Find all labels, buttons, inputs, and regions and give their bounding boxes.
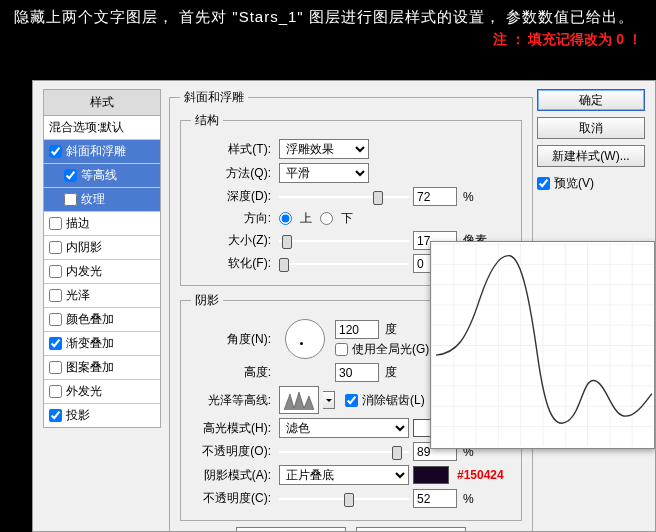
angle-input[interactable] — [335, 320, 379, 339]
style-label-4: 内阴影 — [66, 239, 102, 256]
depth-label: 深度(D): — [191, 188, 275, 205]
style-row-11[interactable]: 投影 — [44, 404, 160, 427]
new-style-button[interactable]: 新建样式(W)... — [537, 145, 645, 167]
depth-unit: % — [463, 190, 474, 204]
layer-style-dialog: 样式 混合选项:默认 斜面和浮雕等高线纹理描边内阴影内发光光泽颜色叠加渐变叠加图… — [32, 80, 656, 532]
direction-up-radio[interactable] — [279, 212, 292, 225]
style-checkbox-2[interactable] — [64, 193, 77, 206]
chevron-down-icon[interactable] — [323, 391, 335, 409]
shadow-mode-select[interactable]: 正片叠底 — [279, 465, 409, 485]
style-checkbox-0[interactable] — [49, 145, 62, 158]
highlight-opacity-label: 不透明度(O): — [191, 443, 275, 460]
instruction-text: 隐藏上两个文字图层， 首先对 "Stars_1" 图层进行图层样式的设置， 参数… — [0, 0, 656, 29]
style-row-1[interactable]: 等高线 — [44, 164, 160, 188]
shadow-color-swatch[interactable] — [413, 466, 449, 484]
bevel-legend: 斜面和浮雕 — [180, 89, 248, 106]
shadow-opacity-slider[interactable] — [279, 492, 409, 506]
styles-list: 混合选项:默认 斜面和浮雕等高线纹理描边内阴影内发光光泽颜色叠加渐变叠加图案叠加… — [43, 116, 161, 428]
highlight-mode-select[interactable]: 滤色 — [279, 418, 409, 438]
style-checkbox-4[interactable] — [49, 241, 62, 254]
style-label-11: 投影 — [66, 407, 90, 424]
style-label-9: 图案叠加 — [66, 359, 114, 376]
style-row-7[interactable]: 颜色叠加 — [44, 308, 160, 332]
contour-preview-popup — [430, 241, 655, 449]
style-checkbox-9[interactable] — [49, 361, 62, 374]
structure-legend: 结构 — [191, 112, 223, 129]
style-checkbox-11[interactable] — [49, 409, 62, 422]
direction-down-radio[interactable] — [320, 212, 333, 225]
antialias-label: 消除锯齿(L) — [362, 392, 425, 409]
depth-input[interactable] — [413, 187, 457, 206]
style-select[interactable]: 浮雕效果 — [279, 139, 369, 159]
style-row-0[interactable]: 斜面和浮雕 — [44, 140, 160, 164]
style-row-9[interactable]: 图案叠加 — [44, 356, 160, 380]
svg-rect-0 — [431, 244, 654, 447]
style-checkbox-8[interactable] — [49, 337, 62, 350]
highlight-opacity-slider[interactable] — [279, 445, 409, 459]
blend-options-row[interactable]: 混合选项:默认 — [44, 116, 160, 140]
note-text: 注 ： 填充记得改为 0 ！ — [0, 29, 656, 53]
technique-select[interactable]: 平滑 — [279, 163, 369, 183]
direction-down-label: 下 — [341, 210, 353, 227]
size-slider[interactable] — [279, 234, 409, 248]
reset-default-button[interactable]: 复位为默认值 — [356, 527, 466, 532]
ok-button[interactable]: 确定 — [537, 89, 645, 111]
shadow-opacity-label: 不透明度(C): — [191, 490, 275, 507]
direction-label: 方向: — [191, 210, 275, 227]
style-row-8[interactable]: 渐变叠加 — [44, 332, 160, 356]
altitude-input[interactable] — [335, 363, 379, 382]
style-label-8: 渐变叠加 — [66, 335, 114, 352]
style-checkbox-10[interactable] — [49, 385, 62, 398]
preview-label: 预览(V) — [554, 175, 594, 192]
blend-options-label: 混合选项:默认 — [49, 119, 124, 136]
size-label: 大小(Z): — [191, 232, 275, 249]
style-label-0: 斜面和浮雕 — [66, 143, 126, 160]
gloss-contour-label: 光泽等高线: — [191, 392, 275, 409]
soften-label: 软化(F): — [191, 255, 275, 272]
style-label-1: 等高线 — [81, 167, 117, 184]
style-label-2: 纹理 — [81, 191, 105, 208]
style-label-6: 光泽 — [66, 287, 90, 304]
technique-label: 方法(Q): — [191, 165, 275, 182]
style-row-5[interactable]: 内发光 — [44, 260, 160, 284]
preview-checkbox[interactable] — [537, 177, 550, 190]
shadow-opacity-input[interactable] — [413, 489, 457, 508]
style-checkbox-3[interactable] — [49, 217, 62, 230]
shading-legend: 阴影 — [191, 292, 223, 309]
shadow-mode-label: 阴影模式(A): — [191, 467, 275, 484]
direction-up-label: 上 — [300, 210, 312, 227]
angle-unit: 度 — [385, 321, 397, 338]
make-default-button[interactable]: 设置为默认值 — [236, 527, 346, 532]
style-checkbox-6[interactable] — [49, 289, 62, 302]
style-label-7: 颜色叠加 — [66, 311, 114, 328]
contour-icon — [284, 390, 314, 410]
angle-dial[interactable] — [285, 319, 325, 359]
style-checkbox-1[interactable] — [64, 169, 77, 182]
cancel-button[interactable]: 取消 — [537, 117, 645, 139]
style-checkbox-5[interactable] — [49, 265, 62, 278]
highlight-mode-label: 高光模式(H): — [191, 420, 275, 437]
shadow-opacity-unit: % — [463, 492, 474, 506]
gloss-contour-picker[interactable] — [279, 386, 319, 414]
contour-curve — [431, 242, 654, 448]
antialias-checkbox[interactable] — [345, 394, 358, 407]
global-light-checkbox[interactable] — [335, 343, 348, 356]
global-light-label: 使用全局光(G) — [352, 341, 429, 358]
style-row-4[interactable]: 内阴影 — [44, 236, 160, 260]
altitude-label: 高度: — [191, 364, 275, 381]
style-row-3[interactable]: 描边 — [44, 212, 160, 236]
style-label-5: 内发光 — [66, 263, 102, 280]
style-label-3: 描边 — [66, 215, 90, 232]
style-row-2[interactable]: 纹理 — [44, 188, 160, 212]
style-label: 样式(T): — [191, 141, 275, 158]
shadow-color-text: #150424 — [457, 468, 504, 482]
styles-sidebar: 样式 混合选项:默认 斜面和浮雕等高线纹理描边内阴影内发光光泽颜色叠加渐变叠加图… — [43, 89, 161, 428]
style-row-6[interactable]: 光泽 — [44, 284, 160, 308]
depth-slider[interactable] — [279, 190, 409, 204]
style-row-10[interactable]: 外发光 — [44, 380, 160, 404]
soften-slider[interactable] — [279, 257, 409, 271]
altitude-unit: 度 — [385, 364, 397, 381]
angle-label: 角度(N): — [191, 331, 275, 348]
style-checkbox-7[interactable] — [49, 313, 62, 326]
styles-header: 样式 — [43, 89, 161, 116]
